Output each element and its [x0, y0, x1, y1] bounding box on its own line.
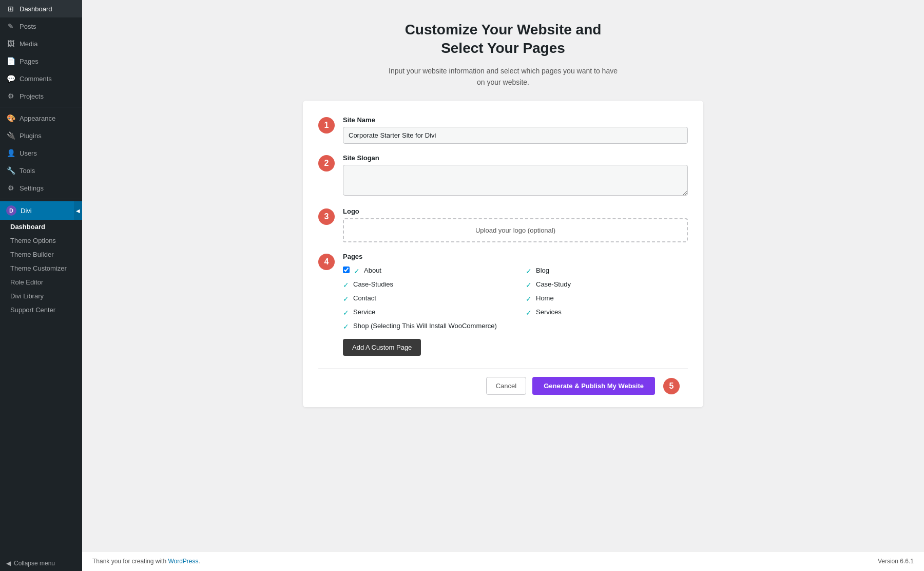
publish-label: Generate & Publish My Website [544, 382, 644, 390]
add-custom-page-button[interactable]: Add A Custom Page [343, 339, 421, 356]
logo-field: Logo Upload your logo (optional) [343, 207, 688, 242]
sidebar-label-appearance: Appearance [20, 115, 55, 122]
settings-icon: ⚙ [6, 183, 15, 193]
page-label-case-studies: Case-Studies [353, 280, 393, 288]
plugins-icon: 🔌 [6, 131, 15, 140]
page-label-services: Services [536, 308, 562, 316]
pages-section: Pages ✓ About ✓ Blog [343, 253, 688, 356]
page-subtitle: Input your website information and selec… [303, 65, 703, 88]
divi-label: Divi [21, 207, 32, 215]
sidebar-label-pages: Pages [20, 58, 38, 65]
collapse-menu-button[interactable]: ◀ Collapse menu [0, 556, 82, 571]
page-label-shop: Shop (Selecting This Will Install WooCom… [353, 322, 497, 330]
site-name-label: Site Name [343, 116, 688, 124]
step-2-number: 2 [324, 159, 329, 168]
step-4-row: 4 Pages ✓ About ✓ Blog [318, 253, 688, 356]
users-icon: 👤 [6, 148, 15, 158]
submenu-item-theme-builder[interactable]: Theme Builder [0, 248, 82, 261]
appearance-icon: 🎨 [6, 113, 15, 123]
main-content: Customize Your Website andSelect Your Pa… [82, 0, 924, 571]
sidebar-label-plugins: Plugins [20, 132, 42, 140]
sidebar-item-posts[interactable]: ✎ Posts [0, 17, 82, 35]
sidebar-item-settings[interactable]: ⚙ Settings [0, 179, 82, 197]
pages-grid: ✓ About ✓ Blog ✓ Case-Studies [343, 267, 688, 331]
footer-text: Thank you for creating with WordPress. [92, 558, 200, 565]
site-slogan-label: Site Slogan [343, 154, 688, 162]
sidebar-item-tools[interactable]: 🔧 Tools [0, 162, 82, 179]
submenu-item-theme-options[interactable]: Theme Options [0, 234, 82, 248]
logo-upload-button[interactable]: Upload your logo (optional) [343, 218, 688, 242]
sidebar-label-projects: Projects [20, 92, 44, 100]
add-page-label: Add A Custom Page [352, 344, 412, 351]
sidebar-item-appearance[interactable]: 🎨 Appearance [0, 109, 82, 127]
sidebar-item-media[interactable]: 🖼 Media [0, 35, 82, 52]
form-card: 1 Site Name 2 Site Slogan [303, 101, 703, 407]
sidebar-item-pages[interactable]: 📄 Pages [0, 52, 82, 70]
cancel-button[interactable]: Cancel [486, 377, 526, 395]
step-4-badge: 4 [318, 254, 335, 270]
page-item-services: ✓ Services [526, 308, 688, 317]
site-name-input[interactable] [343, 127, 688, 144]
card-footer: Cancel Generate & Publish My Website 5 [318, 368, 688, 395]
content-area: Customize Your Website andSelect Your Pa… [82, 0, 924, 551]
submenu-item-support-center[interactable]: Support Center [0, 303, 82, 317]
sidebar-label-media: Media [20, 40, 37, 48]
page-item-shop: ✓ Shop (Selecting This Will Install WooC… [343, 322, 688, 331]
page-label-blog: Blog [536, 267, 549, 274]
submenu-item-dashboard[interactable]: Dashboard [0, 220, 82, 234]
sidebar-item-projects[interactable]: ⚙ Projects [0, 87, 82, 105]
page-item-about: ✓ About [343, 267, 505, 275]
version-label: Version 6.6.1 [878, 558, 914, 565]
step-3-row: 3 Logo Upload your logo (optional) [318, 207, 688, 242]
sidebar-divider-2 [0, 199, 82, 199]
page-label-contact: Contact [353, 294, 376, 302]
sidebar-item-dashboard[interactable]: ⊞ Dashboard [0, 0, 82, 17]
step-4-number: 4 [324, 257, 329, 267]
dashboard-icon: ⊞ [6, 4, 15, 13]
sidebar-label-tools: Tools [20, 167, 35, 175]
media-icon: 🖼 [6, 39, 15, 48]
page-checkbox-about[interactable] [343, 267, 350, 273]
submenu-item-divi-library[interactable]: Divi Library [0, 289, 82, 303]
submenu-item-role-editor[interactable]: Role Editor [0, 275, 82, 289]
sidebar-label-dashboard: Dashboard [20, 5, 52, 13]
sidebar-label-comments: Comments [20, 75, 52, 83]
form-wrapper: Customize Your Website andSelect Your Pa… [303, 21, 703, 407]
page-item-service: ✓ Service [343, 308, 505, 317]
step-1-badge: 1 [318, 117, 335, 134]
sidebar-label-posts: Posts [20, 23, 36, 30]
page-title: Customize Your Website andSelect Your Pa… [303, 21, 703, 58]
logo-upload-label: Upload your logo (optional) [475, 226, 555, 234]
site-name-field: Site Name [343, 116, 688, 144]
page-label-about: About [364, 267, 381, 274]
footer-bar: Thank you for creating with WordPress. V… [82, 551, 924, 571]
page-label-home: Home [536, 294, 554, 302]
wordpress-link[interactable]: WordPress [168, 558, 198, 565]
sidebar-item-plugins[interactable]: 🔌 Plugins [0, 127, 82, 144]
comments-icon: 💬 [6, 74, 15, 83]
divi-section: D Divi ◀ Dashboard Theme Options Theme B… [0, 201, 82, 317]
divi-header[interactable]: D Divi ◀ [0, 201, 82, 220]
page-label-service: Service [353, 308, 375, 316]
sidebar-item-comments[interactable]: 💬 Comments [0, 70, 82, 87]
pages-label: Pages [343, 253, 688, 260]
posts-icon: ✎ [6, 22, 15, 31]
sidebar: ⊞ Dashboard ✎ Posts 🖼 Media 📄 Pages 💬 Co… [0, 0, 82, 571]
divi-arrow-icon: ◀ [74, 201, 82, 220]
collapse-label: Collapse menu [14, 560, 55, 567]
logo-label: Logo [343, 207, 688, 215]
step-2-row: 2 Site Slogan [318, 154, 688, 197]
step-1-row: 1 Site Name [318, 116, 688, 144]
page-item-contact: ✓ Contact [343, 294, 505, 303]
site-slogan-input[interactable] [343, 165, 688, 196]
submenu-item-theme-customizer[interactable]: Theme Customizer [0, 261, 82, 275]
page-item-case-study: ✓ Case-Study [526, 280, 688, 289]
publish-button[interactable]: Generate & Publish My Website [532, 377, 655, 395]
tools-icon: 🔧 [6, 166, 15, 175]
sidebar-item-users[interactable]: 👤 Users [0, 144, 82, 162]
page-item-blog: ✓ Blog [526, 267, 688, 275]
page-item-case-studies: ✓ Case-Studies [343, 280, 505, 289]
sidebar-label-settings: Settings [20, 184, 44, 192]
sidebar-label-users: Users [20, 149, 37, 157]
projects-icon: ⚙ [6, 91, 15, 101]
